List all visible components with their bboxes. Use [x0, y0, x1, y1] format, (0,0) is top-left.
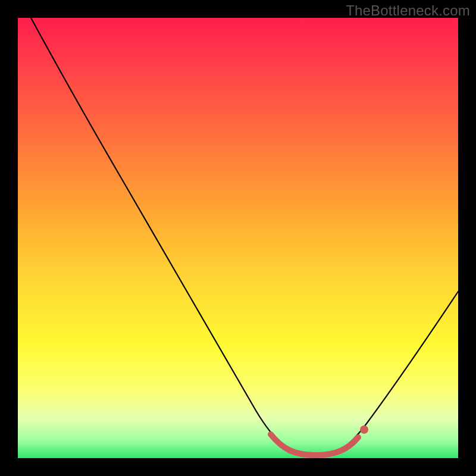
bottleneck-curve [31, 18, 458, 455]
plot-area [18, 18, 458, 458]
highlight-dot [360, 425, 368, 434]
watermark-text: TheBottleneck.com [346, 2, 470, 19]
highlight-segment [271, 434, 358, 455]
chart-frame: TheBottleneck.com [0, 0, 476, 476]
curve-svg [18, 18, 458, 458]
